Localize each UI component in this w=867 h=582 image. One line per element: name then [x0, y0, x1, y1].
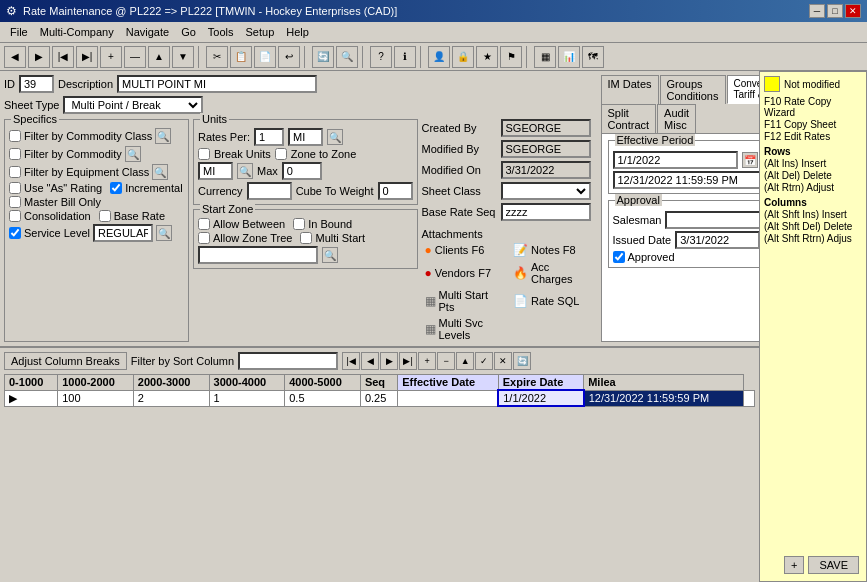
cell-expire-date[interactable]: 12/31/2022 11:59:59 PM: [584, 390, 744, 406]
multi-start-pts-btn[interactable]: ▦ Multi Start Pts: [422, 288, 509, 314]
tab-split[interactable]: SplitContract: [601, 104, 657, 133]
effective-start-input[interactable]: [613, 151, 738, 169]
description-input[interactable]: [117, 75, 317, 93]
effective-end-input[interactable]: [613, 171, 760, 189]
rates-per-unit-input[interactable]: [288, 128, 323, 146]
tab-conversion[interactable]: ConversionTariff & CL: [727, 75, 760, 104]
delete-icon[interactable]: —: [124, 46, 146, 68]
cell-mileage[interactable]: [743, 390, 754, 406]
cube-input[interactable]: [378, 182, 413, 200]
sheet-type-select[interactable]: Multi Point / Break: [63, 96, 203, 114]
filter-equipment-search-icon[interactable]: 🔍: [152, 164, 168, 180]
base-rate-checkbox[interactable]: [99, 210, 111, 222]
table-delete-btn[interactable]: −: [437, 352, 455, 370]
id-input[interactable]: [19, 75, 54, 93]
plus-button[interactable]: +: [784, 556, 804, 574]
service-level-search-icon[interactable]: 🔍: [156, 225, 172, 241]
menu-setup[interactable]: Setup: [240, 24, 281, 40]
table-refresh-btn[interactable]: 🔄: [513, 352, 531, 370]
star-icon[interactable]: ★: [476, 46, 498, 68]
restore-button[interactable]: □: [827, 4, 843, 18]
start-zone-input[interactable]: [198, 246, 318, 264]
grid-icon[interactable]: ▦: [534, 46, 556, 68]
menu-go[interactable]: Go: [175, 24, 202, 40]
table-up-btn[interactable]: ▲: [456, 352, 474, 370]
close-button[interactable]: ✕: [845, 4, 861, 18]
users-icon[interactable]: 👤: [428, 46, 450, 68]
undo-icon[interactable]: ↩: [278, 46, 300, 68]
service-level-checkbox[interactable]: [9, 227, 21, 239]
vendors-f7-btn[interactable]: ● Vendors F7: [422, 260, 509, 286]
tab-audit[interactable]: AuditMisc: [657, 104, 696, 133]
copy-icon[interactable]: 📋: [230, 46, 252, 68]
effective-start-calendar-icon[interactable]: 📅: [742, 152, 758, 168]
table-nav-next-btn[interactable]: ▶: [380, 352, 398, 370]
approved-checkbox[interactable]: [613, 251, 625, 263]
table-cancel-btn[interactable]: ✕: [494, 352, 512, 370]
max-input[interactable]: [282, 162, 322, 180]
cell-effective-date[interactable]: 1/1/2022: [498, 390, 583, 406]
table-add-btn[interactable]: +: [418, 352, 436, 370]
filter-sort-input[interactable]: [238, 352, 338, 370]
up-icon[interactable]: ▲: [148, 46, 170, 68]
service-level-input[interactable]: [93, 224, 153, 242]
nav-last-icon[interactable]: ▶|: [76, 46, 98, 68]
map-icon[interactable]: 🗺: [582, 46, 604, 68]
rates-per-lookup-icon[interactable]: 🔍: [327, 129, 343, 145]
rate-sql-btn[interactable]: 📄 Rate SQL: [510, 288, 597, 314]
multi-svc-levels-btn[interactable]: ▦ Multi Svc Levels: [422, 316, 509, 342]
allow-zone-tree-checkbox[interactable]: [198, 232, 210, 244]
filter-equipment-class-checkbox[interactable]: [9, 166, 21, 178]
table-nav-first-btn[interactable]: |◀: [342, 352, 360, 370]
cell-col5[interactable]: 0.25: [360, 390, 397, 406]
break-units-checkbox[interactable]: [198, 148, 210, 160]
in-bound-checkbox[interactable]: [293, 218, 305, 230]
issued-date-input[interactable]: [675, 231, 759, 249]
menu-help[interactable]: Help: [280, 24, 315, 40]
minimize-button[interactable]: ─: [809, 4, 825, 18]
adjust-column-breaks-btn[interactable]: Adjust Column Breaks: [4, 352, 127, 370]
filter-commodity-search-icon[interactable]: 🔍: [125, 146, 141, 162]
filter-commodity-class-search-icon[interactable]: 🔍: [155, 128, 171, 144]
rates-per-input[interactable]: [254, 128, 284, 146]
table-row[interactable]: ▶ 100 2 1 0.5 0.25 1/1/2022 12/31/2022 1…: [5, 390, 755, 406]
flag-icon[interactable]: ⚑: [500, 46, 522, 68]
zone-to-zone-checkbox[interactable]: [275, 148, 287, 160]
base-rate-seq-input[interactable]: [501, 203, 591, 221]
break-unit-lookup-icon[interactable]: 🔍: [237, 163, 253, 179]
break-unit-input[interactable]: [198, 162, 233, 180]
notes-f8-btn[interactable]: 📝 Notes F8: [510, 242, 597, 258]
currency-input[interactable]: [247, 182, 292, 200]
allow-between-checkbox[interactable]: [198, 218, 210, 230]
table-nav-last-btn[interactable]: ▶|: [399, 352, 417, 370]
incremental-checkbox[interactable]: [110, 182, 122, 194]
start-zone-lookup-icon[interactable]: 🔍: [322, 247, 338, 263]
sheet-class-select[interactable]: [501, 182, 591, 200]
lock-icon[interactable]: 🔒: [452, 46, 474, 68]
info-icon[interactable]: ℹ: [394, 46, 416, 68]
cell-col3[interactable]: 1: [209, 390, 285, 406]
menu-navigate[interactable]: Navigate: [120, 24, 175, 40]
filter-commodity-checkbox[interactable]: [9, 148, 21, 160]
cell-col1[interactable]: 100: [58, 390, 134, 406]
table-check-btn[interactable]: ✓: [475, 352, 493, 370]
save-button[interactable]: SAVE: [808, 556, 859, 574]
menu-tools[interactable]: Tools: [202, 24, 240, 40]
nav-back-icon[interactable]: ◀: [4, 46, 26, 68]
down-icon[interactable]: ▼: [172, 46, 194, 68]
menu-file[interactable]: File: [4, 24, 34, 40]
paste-icon[interactable]: 📄: [254, 46, 276, 68]
add-icon[interactable]: +: [100, 46, 122, 68]
multi-start-checkbox[interactable]: [300, 232, 312, 244]
cell-seq[interactable]: [398, 390, 498, 406]
acc-charges-btn[interactable]: 🔥 Acc Charges: [510, 260, 597, 286]
tab-im-dates[interactable]: IM Dates: [601, 75, 659, 104]
master-bill-only-checkbox[interactable]: [9, 196, 21, 208]
menu-multi-company[interactable]: Multi-Company: [34, 24, 120, 40]
filter-commodity-class-checkbox[interactable]: [9, 130, 21, 142]
use-as-rating-checkbox[interactable]: [9, 182, 21, 194]
help-icon[interactable]: ?: [370, 46, 392, 68]
clients-f6-btn[interactable]: ● Clients F6: [422, 242, 509, 258]
refresh-icon[interactable]: 🔄: [312, 46, 334, 68]
search-icon[interactable]: 🔍: [336, 46, 358, 68]
